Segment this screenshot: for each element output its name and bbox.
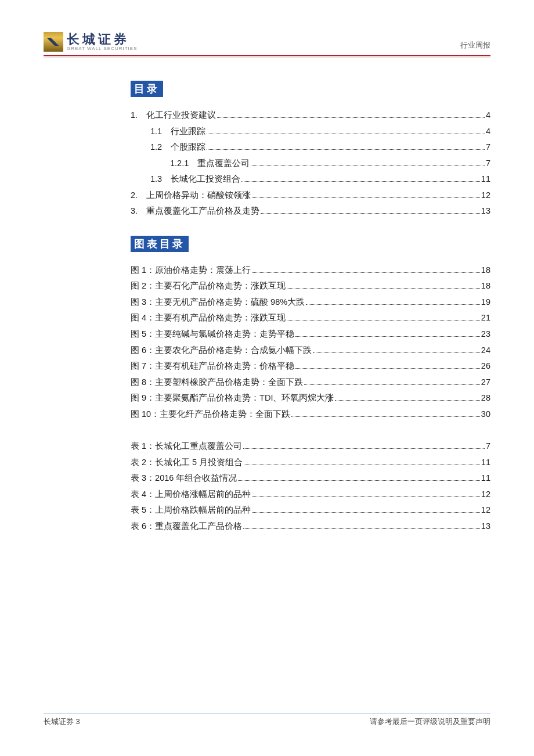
toc-leader: [287, 288, 480, 289]
toc-entry[interactable]: 表 5：上周价格跌幅居前的品种12: [131, 502, 490, 519]
toc-entry-page: 11: [481, 171, 490, 188]
toc-entry-page: 30: [481, 406, 490, 423]
toc-entry[interactable]: 3. 重点覆盖化工产品价格及走势13: [131, 203, 490, 219]
toc-entry[interactable]: 1. 化工行业投资建议4: [131, 107, 490, 124]
toc-leader: [252, 197, 480, 198]
toc-leader: [335, 400, 479, 401]
toc-leader: [306, 304, 480, 305]
toc-entry-page: 11: [481, 455, 490, 471]
toc-entry[interactable]: 图 6：主要农化产品价格走势：合成氨小幅下跌24: [131, 343, 490, 359]
toc-leader: [238, 480, 479, 481]
toc-entry-page: 12: [481, 502, 490, 519]
toc-entry-label: 图 7：主要有机硅产品价格走势：价格平稳: [131, 358, 294, 375]
toc-entry[interactable]: 图 2：主要石化产品价格走势：涨跌互现18: [131, 278, 490, 294]
toc-leader: [291, 416, 480, 417]
brand-name-en: GREAT WALL SECURITIES: [67, 46, 137, 51]
header-rule-red: [44, 55, 490, 56]
toc-entry-label: 图 9：主要聚氨酯产品价格走势：TDI、环氧丙烷大涨: [131, 390, 334, 406]
toc-leader: [207, 149, 485, 150]
logo-icon: [44, 32, 63, 52]
toc-entry[interactable]: 表 2：长城化工 5 月投资组合11: [131, 455, 490, 471]
toc-entry-page: 13: [481, 519, 490, 535]
brand-logo: 长城证券 GREAT WALL SECURITIES: [44, 32, 137, 52]
toc-entry[interactable]: 图 1：原油价格走势：震荡上行18: [131, 262, 490, 279]
toc-entry-label: 图 8：主要塑料橡胶产品价格走势：全面下跌: [131, 375, 303, 391]
toc-entry[interactable]: 图 8：主要塑料橡胶产品价格走势：全面下跌27: [131, 375, 490, 391]
toc-entry[interactable]: 表 3：2016 年组合收益情况11: [131, 470, 490, 487]
toc-leader: [241, 181, 480, 182]
toc-leader: [244, 465, 480, 465]
toc-entry-label: 1.3 长城化工投资组合: [150, 171, 240, 188]
toc-entry-page: 12: [481, 487, 490, 503]
toc-entry-label: 图 1：原油价格走势：震荡上行: [131, 262, 251, 279]
figures-list: 图 1：原油价格走势：震荡上行18图 2：主要石化产品价格走势：涨跌互现18图 …: [131, 262, 490, 422]
toc-entry-label: 图 5：主要纯碱与氯碱价格走势：走势平稳: [131, 326, 294, 343]
toc-leader: [304, 384, 480, 385]
toc-list: 1. 化工行业投资建议41.1 行业跟踪41.2 个股跟踪71.2.1 重点覆盖…: [131, 107, 490, 219]
toc-entry-label: 表 1：长城化工重点覆盖公司: [131, 438, 242, 455]
toc-entry-label: 表 5：上周价格跌幅居前的品种: [131, 502, 251, 519]
toc-entry-label: 表 3：2016 年组合收益情况: [131, 470, 237, 487]
toc-entry-label: 1. 化工行业投资建议: [131, 107, 216, 124]
toc-entry[interactable]: 2. 上周价格异动：硝酸铵领涨12: [131, 188, 490, 204]
toc-entry-label: 图 4：主要有机产品价格走势：涨跌互现: [131, 310, 286, 326]
toc-entry-page: 21: [481, 310, 490, 326]
toc-leader: [261, 213, 480, 214]
toc-entry-label: 2. 上周价格异动：硝酸铵领涨: [131, 188, 251, 204]
toc-entry[interactable]: 图 3：主要无机产品价格走势：硫酸 98%大跌19: [131, 294, 490, 311]
toc-entry[interactable]: 表 1：长城化工重点覆盖公司7: [131, 438, 490, 455]
toc-entry[interactable]: 表 4：上周价格涨幅居前的品种12: [131, 487, 490, 503]
toc-entry-page: 26: [481, 358, 490, 375]
toc-entry-page: 18: [481, 278, 490, 294]
toc-entry-page: 13: [481, 203, 490, 219]
toc-leader: [252, 496, 480, 497]
toc-entry-label: 1.2.1 重点覆盖公司: [170, 156, 250, 172]
toc-entry-page: 27: [481, 375, 490, 391]
toc-leader: [252, 272, 480, 273]
toc-entry-page: 7: [486, 139, 490, 156]
toc-leader: [252, 512, 480, 513]
toc-entry-page: 12: [481, 188, 490, 204]
toc-entry-label: 表 2：长城化工 5 月投资组合: [131, 455, 243, 471]
toc-leader: [217, 117, 485, 118]
toc-entry[interactable]: 图 5：主要纯碱与氯碱价格走势：走势平稳23: [131, 326, 490, 343]
toc-entry[interactable]: 图 10：主要化纤产品价格走势：全面下跌30: [131, 406, 490, 423]
toc-entry[interactable]: 1.1 行业跟踪4: [131, 124, 490, 140]
toc-entry-label: 3. 重点覆盖化工产品价格及走势: [131, 203, 259, 219]
toc-entry-page: 19: [481, 294, 490, 311]
toc-entry[interactable]: 1.2 个股跟踪7: [131, 139, 490, 156]
toc-entry-page: 11: [481, 470, 490, 487]
toc-entry-label: 表 4：上周价格涨幅居前的品种: [131, 487, 251, 503]
toc-entry[interactable]: 图 9：主要聚氨酯产品价格走势：TDI、环氧丙烷大涨28: [131, 390, 490, 406]
toc-leader: [243, 448, 485, 449]
toc-entry[interactable]: 表 6：重点覆盖化工产品价格13: [131, 519, 490, 535]
toc-entry-label: 图 10：主要化纤产品价格走势：全面下跌: [131, 406, 290, 423]
toc-entry-page: 18: [481, 262, 490, 279]
toc-entry[interactable]: 图 4：主要有机产品价格走势：涨跌互现21: [131, 310, 490, 326]
toc-entry-label: 图 3：主要无机产品价格走势：硫酸 98%大跌: [131, 294, 305, 311]
toc-leader: [251, 165, 485, 166]
toc-entry-page: 4: [486, 124, 490, 140]
toc-entry-label: 图 2：主要石化产品价格走势：涨跌互现: [131, 278, 286, 294]
toc-entry-label: 1.2 个股跟踪: [150, 139, 205, 156]
toc-entry-page: 7: [486, 438, 490, 455]
toc-entry[interactable]: 图 7：主要有机硅产品价格走势：价格平稳26: [131, 358, 490, 375]
page-header: 长城证券 GREAT WALL SECURITIES 行业周报: [44, 32, 490, 54]
toc-entry-page: 28: [481, 390, 490, 406]
toc-entry[interactable]: 1.3 长城化工投资组合11: [131, 171, 490, 188]
toc-entry[interactable]: 1.2.1 重点覆盖公司7: [131, 156, 490, 172]
toc-entry-label: 1.1 行业跟踪: [150, 124, 205, 140]
page-footer: 长城证券 3 请参考最后一页评级说明及重要声明: [44, 714, 490, 727]
toc-leader: [243, 528, 480, 529]
tables-list: 表 1：长城化工重点覆盖公司7表 2：长城化工 5 月投资组合11表 3：201…: [131, 438, 490, 534]
footer-right: 请参考最后一页评级说明及重要声明: [370, 717, 490, 727]
toc-leader: [295, 336, 480, 337]
toc-leader: [295, 368, 480, 369]
toc-leader: [313, 352, 480, 353]
toc-entry-label: 图 6：主要农化产品价格走势：合成氨小幅下跌: [131, 343, 312, 359]
toc-entry-page: 7: [486, 156, 490, 172]
toc-entry-page: 24: [481, 343, 490, 359]
toc-heading: 目录: [131, 81, 163, 97]
toc-entry-page: 4: [486, 107, 490, 124]
toc-entry-label: 表 6：重点覆盖化工产品价格: [131, 519, 242, 535]
